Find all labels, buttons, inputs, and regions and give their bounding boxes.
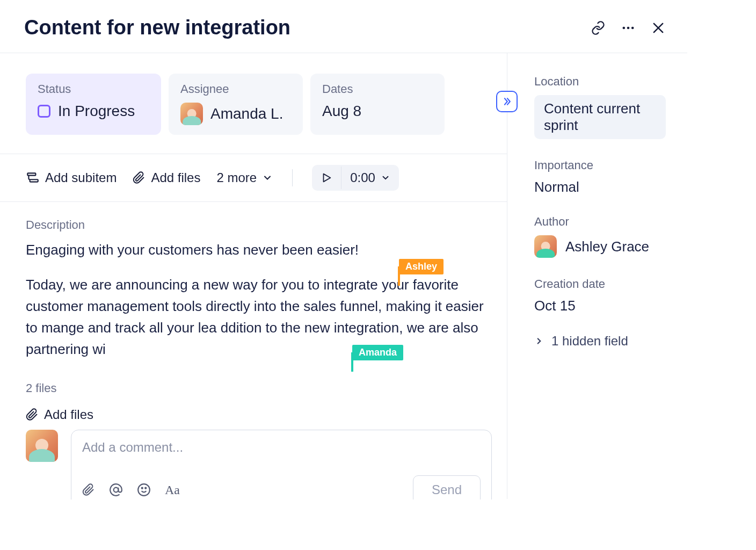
chevron-down-icon [262, 172, 273, 183]
assignee-card[interactable]: Assignee Amanda L. [169, 74, 303, 135]
dates-value: Aug 8 [322, 103, 432, 120]
files-count: 2 files [26, 381, 485, 395]
comment-box: Aa Send [71, 430, 492, 500]
description-section: Description Ashley Amanda Engaging with … [0, 202, 507, 422]
sidebar: Location Content current sprint Importan… [507, 53, 687, 499]
status-card[interactable]: Status In Progress [26, 74, 161, 135]
send-button[interactable]: Send [413, 475, 481, 500]
header-actions [591, 20, 666, 35]
chevron-down-icon [381, 173, 390, 183]
add-files-inline-button[interactable]: Add files [26, 407, 485, 422]
creation-date-value: Oct 15 [534, 298, 666, 314]
description-p2[interactable]: Today, we are announcing a new way for y… [26, 274, 485, 360]
comment-row: Aa Send [0, 422, 507, 500]
author-field: Author Ashley Grace [534, 215, 666, 258]
dates-label: Dates [322, 82, 432, 96]
header: Content for new integration [0, 0, 687, 53]
timer-play-button[interactable] [312, 167, 341, 189]
collab-tag-amanda: Amanda [352, 345, 403, 360]
assignee-label: Assignee [180, 82, 290, 96]
dates-text: Aug 8 [322, 103, 361, 120]
author-avatar [534, 235, 557, 258]
svg-point-1 [627, 26, 630, 29]
status-value: In Progress [38, 103, 148, 120]
status-text: In Progress [58, 103, 135, 120]
main-panel: Status In Progress Assignee Amanda L. Da… [0, 53, 507, 499]
location-field: Location Content current sprint [534, 75, 666, 139]
author-label: Author [534, 215, 666, 229]
assignee-avatar [180, 103, 203, 125]
close-icon[interactable] [651, 20, 666, 35]
creation-date-field: Creation date Oct 15 [534, 277, 666, 314]
more-icon[interactable] [621, 20, 636, 35]
importance-value[interactable]: Normal [534, 179, 666, 196]
location-label: Location [534, 75, 666, 89]
property-cards: Status In Progress Assignee Amanda L. Da… [0, 53, 507, 154]
timer-value: 0:00 [350, 170, 375, 185]
attach-icon[interactable] [82, 483, 95, 496]
status-checkbox-icon[interactable] [38, 105, 50, 118]
paperclip-icon [133, 171, 146, 184]
collapse-sidebar-button[interactable] [496, 91, 518, 112]
emoji-icon[interactable] [137, 483, 151, 497]
comment-icons: Aa [82, 483, 180, 497]
add-subitem-button[interactable]: Add subitem [26, 170, 117, 185]
assignee-value: Amanda L. [180, 103, 290, 125]
action-row: Add subitem Add files 2 more 0:00 [0, 154, 507, 202]
svg-point-9 [138, 484, 150, 496]
author-value[interactable]: Ashley Grace [534, 235, 666, 258]
comment-input[interactable] [82, 440, 481, 455]
svg-point-2 [631, 26, 634, 29]
paperclip-icon [26, 408, 39, 421]
timer: 0:00 [312, 165, 399, 191]
svg-point-8 [114, 488, 119, 493]
mention-icon[interactable] [109, 483, 123, 497]
svg-point-11 [145, 488, 146, 489]
chevron-right-icon [534, 336, 544, 346]
description-label: Description [26, 218, 485, 232]
description-p1[interactable]: Engaging with your customers has never b… [26, 242, 359, 258]
svg-rect-6 [30, 179, 38, 182]
importance-field: Importance Normal [534, 158, 666, 196]
svg-point-10 [142, 488, 143, 489]
add-files-inline-label: Add files [44, 407, 93, 422]
author-name: Ashley Grace [565, 238, 649, 255]
importance-label: Importance [534, 158, 666, 172]
svg-point-0 [623, 26, 626, 29]
assignee-name: Amanda L. [210, 105, 283, 122]
add-files-button[interactable]: Add files [133, 170, 200, 185]
divider [292, 169, 293, 186]
format-icon[interactable]: Aa [165, 483, 180, 497]
add-subitem-label: Add subitem [45, 170, 117, 185]
dates-card[interactable]: Dates Aug 8 [310, 74, 445, 135]
link-icon[interactable] [591, 20, 606, 35]
location-value[interactable]: Content current sprint [534, 95, 666, 139]
timer-dropdown[interactable]: 0:00 [341, 165, 399, 191]
comment-avatar [26, 430, 58, 462]
play-icon [321, 172, 332, 184]
body: Status In Progress Assignee Amanda L. Da… [0, 53, 687, 499]
subitem-icon [26, 171, 40, 185]
add-files-label: Add files [151, 170, 200, 185]
page-title: Content for new integration [24, 16, 290, 39]
comment-toolbar: Aa Send [82, 475, 481, 500]
status-label: Status [38, 82, 148, 96]
svg-marker-7 [324, 174, 331, 182]
svg-rect-5 [27, 173, 35, 175]
hidden-field-toggle[interactable]: 1 hidden field [534, 334, 666, 349]
creation-date-label: Creation date [534, 277, 666, 291]
hidden-field-label: 1 hidden field [551, 334, 628, 349]
collab-tag-ashley: Ashley [399, 259, 444, 274]
more-actions-button[interactable]: 2 more [216, 170, 273, 185]
more-actions-label: 2 more [216, 170, 257, 185]
